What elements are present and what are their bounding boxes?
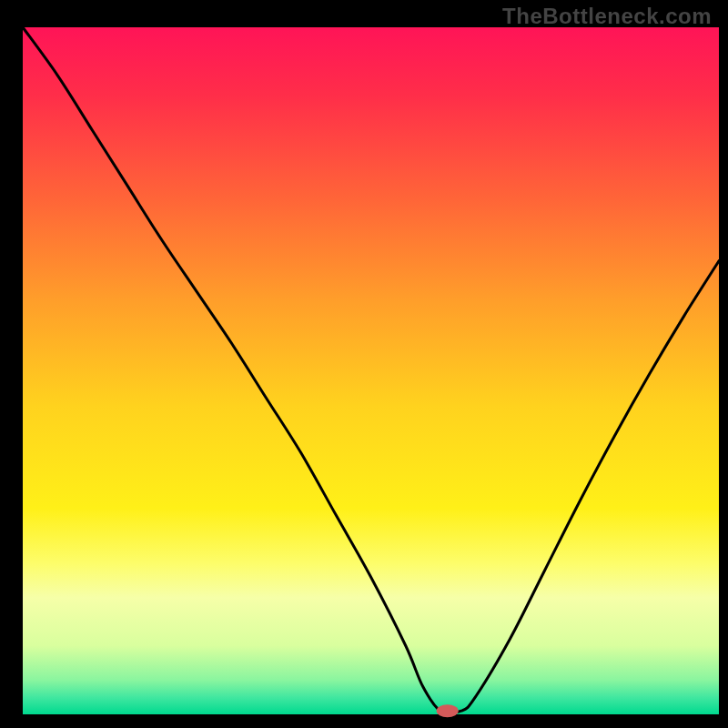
watermark-text: TheBottleneck.com	[502, 4, 712, 29]
bottleneck-chart	[0, 0, 728, 728]
plot-background	[23, 27, 719, 714]
chart-frame: TheBottleneck.com	[0, 0, 728, 728]
optimal-point-marker	[437, 704, 459, 717]
